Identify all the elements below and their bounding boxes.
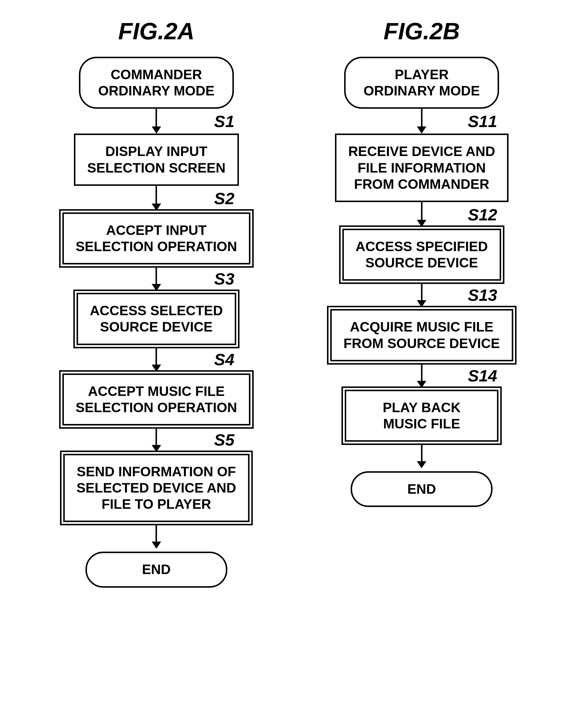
fig2b-flow: PLAYER ORDINARY MODE S11 RECEIVE DEVICE …	[328, 57, 515, 507]
fig2a-end-node: END	[85, 552, 227, 588]
fig2a-start-node: COMMANDER ORDINARY MODE	[79, 57, 234, 109]
step-label-s12: S12	[468, 205, 497, 224]
fig2b-section: FIG.2B PLAYER ORDINARY MODE S11 RECEIVE …	[289, 18, 555, 710]
step-label-s4: S4	[214, 350, 234, 369]
fig2b-step-s13: ACQUIRE MUSIC FILE FROM SOURCE DEVICE	[330, 309, 513, 361]
fig2b-title: FIG.2B	[383, 18, 460, 45]
fig2b-start-node: PLAYER ORDINARY MODE	[344, 57, 499, 109]
step-label-s3: S3	[214, 269, 234, 288]
fig2b-step-s12: ACCESS SPECIFIED SOURCE DEVICE	[342, 229, 501, 281]
fig2a-step-s3: ACCESS SELECTED SOURCE DEVICE	[77, 293, 236, 345]
fig2a-section: FIG.2A COMMANDER ORDINARY MODE S1 DISPLA…	[24, 18, 289, 710]
fig2a-step-s2: ACCEPT INPUT SELECTION OPERATION	[62, 212, 250, 264]
fig2a-step-s4: ACCEPT MUSIC FILE SELECTION OPERATION	[62, 373, 250, 425]
fig2a-step-s5: SEND INFORMATION OF SELECTED DEVICE AND …	[63, 454, 250, 522]
fig2b-end-node: END	[351, 471, 493, 507]
step-label-s2: S2	[214, 189, 234, 208]
fig2a-flow: COMMANDER ORDINARY MODE S1 DISPLAY INPUT…	[60, 57, 252, 588]
step-label-s5: S5	[214, 430, 234, 449]
step-label-s11: S11	[468, 112, 497, 131]
fig2b-step-s14: PLAY BACK MUSIC FILE	[345, 390, 499, 442]
fig2a-step-s1: DISPLAY INPUT SELECTION SCREEN	[74, 134, 239, 186]
step-label-s14: S14	[468, 366, 497, 385]
fig2a-title: FIG.2A	[118, 18, 195, 45]
fig2b-step-s11: RECEIVE DEVICE AND FILE INFORMATION FROM…	[335, 134, 508, 202]
step-label-s13: S13	[468, 285, 497, 305]
step-label-s1: S1	[214, 112, 234, 131]
